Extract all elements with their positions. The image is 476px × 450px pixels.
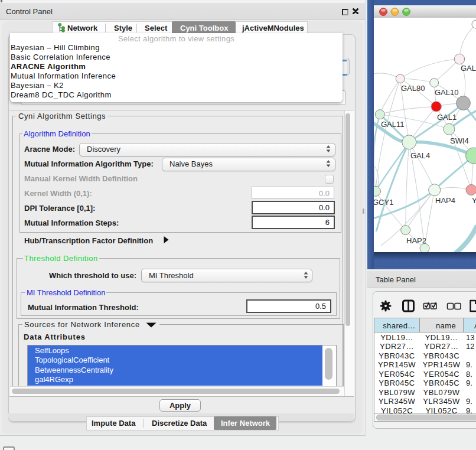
svg-text:SWI4: SWI4	[450, 136, 469, 145]
svg-text:GAL11: GAL11	[381, 120, 405, 129]
svg-text:GALS: GALS	[461, 64, 476, 73]
svg-text:GAL1: GAL1	[437, 113, 457, 122]
svg-text:GAL80: GAL80	[401, 84, 425, 93]
svg-text:HAP2: HAP2	[406, 236, 426, 245]
svg-text:HAP4: HAP4	[435, 196, 455, 205]
svg-text:GCY1: GCY1	[374, 198, 393, 207]
svg-text:GAL4: GAL4	[410, 151, 430, 160]
svg-text:Y: Y	[472, 196, 476, 205]
svg-text:GAL10: GAL10	[435, 88, 458, 97]
